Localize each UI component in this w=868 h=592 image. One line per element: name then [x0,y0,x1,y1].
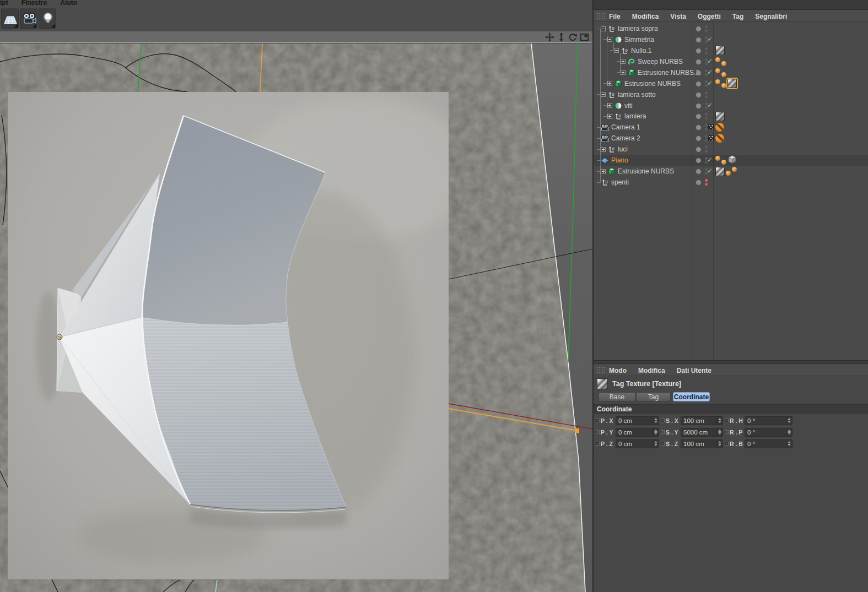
texture-tag-selected[interactable] [727,79,737,88]
field-checkbox[interactable] [725,431,728,433]
stepper-down-icon[interactable] [788,444,791,446]
enabled-check-icon[interactable]: ✓ [707,101,715,110]
object-row[interactable]: viti✓ [594,100,868,111]
camera-toggle-icon[interactable] [708,124,714,130]
layer-dot[interactable] [696,26,701,31]
expand-icon[interactable] [621,59,626,64]
enabled-check-icon[interactable]: ✓ [707,156,715,165]
field-input[interactable]: 0 cm [616,439,659,448]
phong-tag[interactable] [715,156,720,161]
editor-visibility-dot[interactable] [705,47,708,50]
field-input[interactable]: 0 ° [745,416,792,425]
field-checkbox[interactable] [596,442,599,445]
phong-tag[interactable] [715,68,720,73]
expand-icon[interactable] [607,81,612,86]
stepper[interactable] [653,417,659,425]
visibility-dots[interactable] [693,89,713,100]
layer-dot[interactable] [696,158,701,163]
camera-toggle-icon[interactable] [708,135,714,141]
editor-visibility-dot[interactable] [705,146,708,149]
viewport-rotate-icon[interactable] [568,32,578,42]
collapse-icon[interactable] [614,48,619,53]
expand-icon[interactable] [607,103,612,108]
stepper-down-icon[interactable] [718,432,721,435]
field-checkbox[interactable] [661,442,664,445]
editor-visibility-dot[interactable] [705,25,708,28]
render-camera-button[interactable] [20,8,37,29]
panel-grip-icon[interactable] [597,367,606,373]
om-menu-item[interactable]: Vista [670,13,686,20]
stepper-up-icon[interactable] [788,441,791,443]
stepper-up-icon[interactable] [718,418,721,420]
layer-dot[interactable] [696,114,701,119]
object-row[interactable]: 0spenti [594,177,868,188]
field-input[interactable]: 0 ° [745,428,792,437]
collapse-icon[interactable] [601,26,606,31]
tab-base[interactable]: Base [599,392,635,401]
enabled-check-icon[interactable]: ✓ [707,57,715,66]
stepper[interactable] [786,417,792,425]
texture-tag[interactable] [715,112,725,121]
enabled-check-icon[interactable]: ✓ [707,79,715,88]
app-menu-item[interactable]: ipt [0,0,8,6]
render-visibility-dot[interactable] [705,117,708,120]
object-row[interactable]: Camera 1 [594,122,868,133]
om-menu-item[interactable]: File [609,13,621,20]
stepper-down-icon[interactable] [654,421,657,423]
field-input[interactable]: 0 cm [616,416,659,425]
phong-tag[interactable] [721,61,726,66]
editor-visibility-dot[interactable] [705,91,708,94]
om-menu-item[interactable]: Segnalibri [755,13,787,20]
layer-dot[interactable] [696,82,701,86]
layer-dot[interactable] [696,59,701,64]
stepper-down-icon[interactable] [654,444,657,446]
field-checkbox[interactable] [661,419,664,422]
enabled-check-icon[interactable]: ✓ [707,35,715,44]
phong-tag[interactable] [721,160,726,165]
field-checkbox[interactable] [661,431,664,433]
render-visibility-dot[interactable] [705,150,708,153]
render-visibility-dot[interactable] [705,29,708,32]
stepper-down-icon[interactable] [718,421,721,423]
om-menu-item[interactable]: Tag [732,13,743,20]
object-row[interactable]: 0lamiera [594,111,868,122]
phong-tag[interactable] [726,171,731,176]
render-visibility-dot[interactable] [705,51,708,54]
layer-dot[interactable] [696,147,701,152]
visibility-dots[interactable] [693,23,713,34]
object-row[interactable]: Piano✓ [594,155,868,166]
layer-dot[interactable] [696,70,701,75]
field-input[interactable]: 100 cm [681,439,723,448]
stepper[interactable] [653,440,659,448]
field-checkbox[interactable] [725,419,728,422]
viewport-3d[interactable] [0,44,592,592]
phong-tag[interactable] [715,57,720,62]
expand-icon[interactable] [621,70,626,75]
stepper-up-icon[interactable] [718,430,721,432]
object-row[interactable]: Simmetria✓ [594,34,868,45]
visibility-dots[interactable] [693,111,713,122]
visibility-dots[interactable] [693,144,713,155]
viewport-zoom-icon[interactable] [557,32,566,42]
layer-dot[interactable] [696,93,701,97]
panel-separator[interactable] [594,360,868,364]
phong-tag[interactable] [732,167,737,172]
object-row[interactable]: Estrusione NURBS✓ [594,166,868,177]
stepper-down-icon[interactable] [788,421,791,423]
phong-tag[interactable] [721,72,726,77]
stepper[interactable] [786,428,792,436]
stepper-up-icon[interactable] [718,441,721,443]
stepper-up-icon[interactable] [788,430,791,432]
field-input[interactable]: 0 cm [616,428,659,437]
stepper[interactable] [786,440,792,448]
visibility-dots[interactable] [693,45,713,56]
perspective-grid-button[interactable] [1,8,19,29]
render-visibility-dot[interactable] [705,183,708,186]
editor-visibility-dot[interactable] [705,179,708,182]
stepper[interactable] [716,417,723,425]
tab-coordinate[interactable]: Coordinate [673,392,710,401]
layer-dot[interactable] [696,169,701,174]
field-checkbox[interactable] [725,442,728,445]
object-row[interactable]: 0lamiera sopra [594,23,868,34]
enabled-check-icon[interactable]: ✓ [707,68,715,77]
